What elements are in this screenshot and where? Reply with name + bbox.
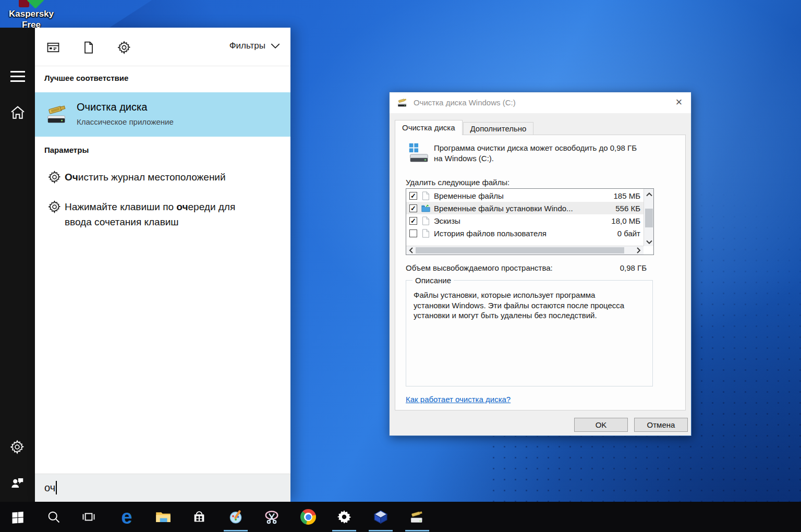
best-match-title: Очистка диска: [77, 101, 147, 113]
how-cleanup-works-link[interactable]: Как работает очистка диска?: [406, 395, 511, 404]
running-indicator: [332, 530, 356, 531]
dialog-tabs: Очистка диска Дополнительно: [395, 120, 533, 135]
checkbox-checked[interactable]: ✓: [409, 192, 417, 200]
feedback-icon[interactable]: [9, 475, 26, 491]
best-match-result-disk-cleanup[interactable]: Очистка диска Классическое приложение: [35, 92, 290, 137]
setup-folder-icon: [421, 204, 430, 213]
file-row[interactable]: ✓ Временные файлы 185 МБ: [406, 189, 644, 202]
best-match-subtitle: Классическое приложение: [77, 117, 174, 126]
kaspersky-logo-icon: [6, 0, 56, 8]
file-row-selected[interactable]: ✓ Временные файлы установки Windo... 556…: [406, 202, 644, 214]
taskbar-disk-cleanup-icon[interactable]: [405, 502, 430, 532]
filters-label: Фильтры: [229, 41, 265, 51]
setting-result-label: Нажимайте клавиши по очереди для ввода с…: [65, 199, 235, 229]
search-filter-bar: Фильтры: [35, 28, 290, 66]
scroll-down-icon[interactable]: [644, 237, 654, 246]
file-explorer-icon[interactable]: [151, 502, 176, 532]
scroll-left-icon[interactable]: [407, 246, 415, 255]
snipping-tool-icon[interactable]: [259, 502, 284, 532]
tab-more-options[interactable]: Дополнительно: [463, 122, 534, 135]
taskbar-settings-icon[interactable]: [332, 502, 357, 532]
chrome-icon[interactable]: [296, 502, 321, 532]
gear-icon: [47, 200, 62, 214]
apps-filter-icon[interactable]: [46, 40, 60, 55]
gear-icon: [47, 170, 62, 184]
ok-button[interactable]: OK: [574, 418, 628, 432]
close-icon[interactable]: ×: [667, 92, 691, 113]
settings-filter-icon[interactable]: [117, 40, 131, 55]
disk-cleanup-icon: [45, 102, 69, 128]
running-indicator: [405, 530, 429, 531]
file-icon: [421, 229, 430, 238]
chevron-down-icon: [271, 43, 280, 49]
scroll-thumb[interactable]: [645, 209, 653, 227]
checkbox-unchecked[interactable]: [409, 229, 417, 237]
desktop: Kaspersky Free: [0, 0, 801, 532]
search-input[interactable]: оч: [35, 474, 290, 502]
paint-icon[interactable]: [223, 502, 248, 532]
vertical-scrollbar[interactable]: [644, 189, 653, 246]
file-icon: [421, 191, 430, 200]
task-view-icon[interactable]: [76, 502, 101, 532]
tab-page: Программа очистки диска может освободить…: [395, 135, 686, 410]
best-match-header: Лучшее соответствие: [44, 74, 128, 82]
description-legend: Описание: [412, 276, 454, 285]
disk-cleanup-dialog: Очистка диска Windows (C:) × Очистка дис…: [389, 92, 691, 436]
cancel-button[interactable]: Отмена: [634, 418, 688, 432]
checkbox-checked[interactable]: ✓: [409, 217, 417, 225]
scroll-right-icon[interactable]: [635, 246, 643, 255]
store-icon[interactable]: [187, 502, 212, 532]
setting-result-label: Очистить журнал местоположений: [65, 170, 226, 185]
taskbar: e: [0, 502, 801, 532]
horizontal-scrollbar[interactable]: [406, 246, 644, 255]
shortcut-label: Kaspersky Free: [6, 8, 56, 30]
text-caret: [56, 481, 57, 494]
tab-disk-cleanup[interactable]: Очистка диска: [395, 120, 463, 135]
setting-result-clear-location-history[interactable]: Очистить журнал местоположений: [35, 164, 290, 190]
file-row[interactable]: ✓ Эскизы 18,0 МБ: [406, 214, 644, 227]
description-groupbox: Описание Файлы установки, которые исполь…: [406, 280, 653, 386]
space-gained-line: Объем высвобождаемого пространства: 0,98…: [406, 263, 647, 272]
files-listbox: ✓ Временные файлы 185 МБ ✓ Временные фай…: [406, 188, 654, 255]
drive-icon: [407, 141, 431, 167]
cleanup-summary-text: Программа очистки диска может освободить…: [434, 143, 637, 164]
start-button[interactable]: [5, 502, 30, 532]
params-header: Параметры: [44, 146, 89, 154]
edge-icon[interactable]: e: [114, 502, 139, 532]
file-icon: [421, 216, 430, 225]
documents-filter-icon[interactable]: [81, 40, 96, 55]
scroll-up-icon[interactable]: [644, 189, 654, 198]
checkbox-checked[interactable]: ✓: [409, 204, 417, 212]
filters-dropdown[interactable]: Фильтры: [229, 41, 280, 51]
home-icon[interactable]: [9, 104, 26, 121]
running-indicator: [224, 530, 248, 531]
desktop-shortcut-kaspersky[interactable]: Kaspersky Free: [6, 0, 56, 30]
running-indicator: [369, 530, 393, 531]
setting-result-sticky-keys[interactable]: Нажимайте клавиши по очереди для ввода с…: [35, 192, 290, 234]
taskbar-search-icon[interactable]: [41, 502, 66, 532]
search-flyout-panel: Фильтры Лучшее соответствие Очистка: [35, 28, 290, 502]
search-flyout-rail: [0, 28, 35, 502]
dialog-titlebar[interactable]: Очистка диска Windows (C:) ×: [390, 92, 691, 113]
description-text: Файлы установки, которые использует прог…: [414, 290, 645, 321]
disk-cleanup-icon: [397, 97, 408, 111]
search-query-text: оч: [44, 482, 55, 493]
dialog-title: Очистка диска Windows (C:): [414, 92, 516, 113]
space-gained-value: 0,98 ГБ: [620, 263, 647, 272]
files-to-delete-label: Удалить следующие файлы:: [406, 178, 509, 187]
file-row[interactable]: История файлов пользователя 0 байт: [406, 227, 644, 239]
scroll-thumb[interactable]: [416, 247, 624, 253]
hamburger-menu-icon[interactable]: [10, 71, 25, 81]
virtualbox-icon[interactable]: [368, 502, 393, 532]
settings-gear-icon[interactable]: [9, 439, 26, 456]
space-gained-label: Объем высвобождаемого пространства:: [406, 263, 553, 272]
